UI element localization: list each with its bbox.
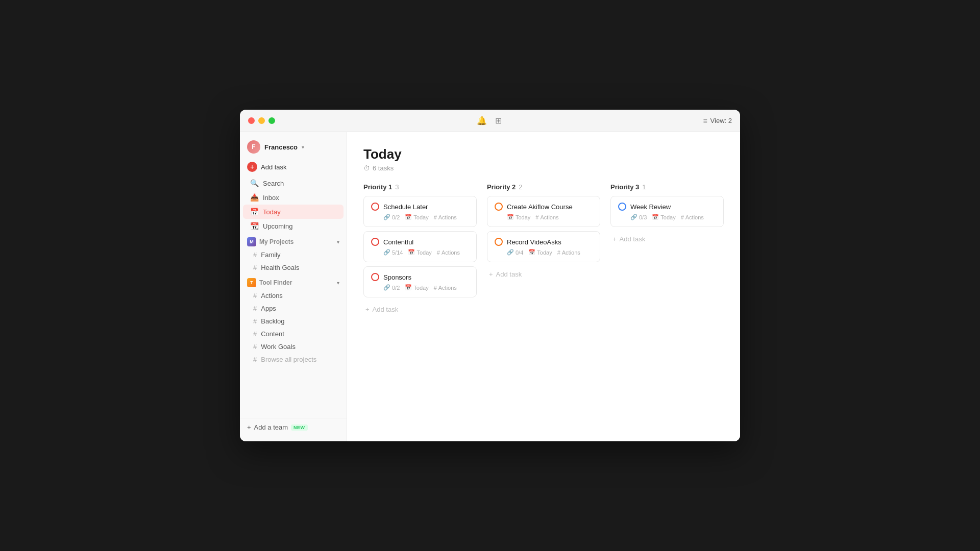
add-team-label: Add a team — [254, 423, 288, 431]
my-projects-section[interactable]: M My Projects ▾ — [240, 233, 347, 248]
task-card-sponsors[interactable]: Sponsors 🔗 0/2 📅 Today — [363, 266, 477, 297]
sidebar-item-backlog[interactable]: # Backlog — [243, 315, 344, 328]
tag-meta: # Actions — [434, 285, 457, 291]
date-meta: 📅 Today — [652, 214, 675, 220]
inbox-icon: 📥 — [250, 193, 259, 202]
tasks-count: 6 tasks — [373, 164, 394, 172]
user-profile[interactable]: F Francesco ▾ — [240, 137, 347, 159]
subtasks-meta: 🔗 0/2 — [383, 284, 400, 291]
task-meta: 🔗 0/2 📅 Today # Actions — [371, 214, 469, 220]
tag-meta: # Actions — [681, 214, 704, 220]
hash-icon: # — [253, 305, 257, 312]
task-meta: 📅 Today # Actions — [495, 214, 593, 220]
task-circle — [371, 203, 379, 211]
tool-finder-avatar: T — [247, 278, 256, 287]
add-task-p2-button[interactable]: + Add task — [487, 266, 600, 282]
task-meta: 🔗 0/2 📅 Today # Actions — [371, 284, 469, 291]
plus-icon: + — [365, 306, 370, 313]
priority-columns: Priority 1 3 Schedule Later 🔗 0/2 — [363, 183, 724, 317]
sidebar-item-search[interactable]: 🔍 Search — [243, 176, 344, 190]
sidebar-item-health-goals[interactable]: # Health Goals — [243, 261, 344, 274]
calendar-icon: 📅 — [652, 214, 659, 220]
calendar-icon: 📅 — [405, 284, 412, 291]
titlebar-center: 🔔 ⊞ — [477, 116, 502, 126]
sidebar-item-label: Search — [263, 180, 284, 187]
priority-1-column: Priority 1 3 Schedule Later 🔗 0/2 — [363, 183, 477, 317]
plus-icon: + — [612, 235, 617, 243]
sidebar-item-work-goals[interactable]: # Work Goals — [243, 340, 344, 353]
subtasks-icon: 🔗 — [507, 249, 514, 256]
view-button[interactable]: ≡ View: 2 — [703, 117, 732, 125]
task-circle — [495, 238, 503, 246]
chevron-down-icon: ▾ — [337, 239, 339, 245]
layout-icon[interactable]: ⊞ — [495, 116, 502, 126]
sidebar-item-upcoming[interactable]: 📆 Upcoming — [243, 219, 344, 233]
tag-icon: # — [434, 285, 437, 291]
view-icon: ≡ — [703, 117, 707, 125]
sidebar-item-label: Backlog — [261, 317, 284, 325]
task-circle — [618, 203, 626, 211]
sidebar-item-label: Inbox — [263, 194, 279, 202]
plus-icon: + — [489, 270, 493, 278]
sidebar-item-label: Health Goals — [261, 264, 299, 271]
date-meta: 📅 Today — [408, 249, 431, 256]
task-circle — [495, 203, 503, 211]
subtasks-icon: 🔗 — [383, 284, 390, 291]
sidebar-item-family[interactable]: # Family — [243, 248, 344, 261]
tag-meta: # Actions — [535, 214, 558, 220]
task-card-create-akiflow[interactable]: Create Akiflow Course 📅 Today # Actions — [487, 196, 600, 227]
sidebar-item-label: Actions — [261, 292, 283, 299]
chevron-down-icon: ▾ — [302, 144, 304, 150]
date-meta: 📅 Today — [405, 214, 428, 220]
subtasks-meta: 🔗 0/2 — [383, 214, 400, 220]
new-badge: NEW — [291, 424, 308, 431]
add-team-button[interactable]: + Add a team NEW — [247, 423, 339, 431]
page-title: Today — [363, 146, 724, 162]
maximize-button[interactable] — [268, 117, 275, 124]
browse-all-projects[interactable]: # Browse all projects — [243, 353, 344, 366]
sidebar-item-label: Family — [261, 251, 280, 259]
search-icon: 🔍 — [250, 179, 259, 187]
minimize-button[interactable] — [258, 117, 265, 124]
user-name: Francesco — [264, 143, 298, 151]
tag-icon: # — [535, 214, 538, 220]
sidebar-item-today[interactable]: 📅 Today — [243, 205, 344, 219]
tag-icon: # — [434, 214, 437, 220]
sidebar-item-apps[interactable]: # Apps — [243, 302, 344, 315]
main-content: Today ⏱ 6 tasks Priority 1 3 Schedule La… — [347, 132, 740, 441]
sidebar-item-label: Today — [263, 208, 281, 216]
subtasks-icon: 🔗 — [630, 214, 638, 220]
task-title: Week Review — [630, 203, 671, 211]
priority-3-header: Priority 3 1 — [610, 183, 724, 191]
close-button[interactable] — [248, 117, 255, 124]
priority-3-column: Priority 3 1 Week Review 🔗 0/3 — [610, 183, 724, 317]
tool-finder-section[interactable]: T Tool Finder ▾ — [240, 274, 347, 289]
task-meta: 🔗 0/4 📅 Today # Actions — [495, 249, 593, 256]
titlebar: 🔔 ⊞ ≡ View: 2 — [240, 110, 740, 132]
task-card-contentful[interactable]: Contentful 🔗 5/14 📅 Today — [363, 231, 477, 262]
sidebar-item-content[interactable]: # Content — [243, 328, 344, 340]
page-subtitle: ⏱ 6 tasks — [363, 164, 724, 172]
my-projects-title: M My Projects — [247, 237, 293, 246]
sidebar-item-actions[interactable]: # Actions — [243, 289, 344, 302]
task-card-schedule-later[interactable]: Schedule Later 🔗 0/2 📅 Today — [363, 196, 477, 227]
add-task-p1-button[interactable]: + Add task — [363, 302, 477, 317]
add-task-label: Add task — [261, 163, 287, 171]
task-title: Create Akiflow Course — [507, 203, 573, 211]
date-meta: 📅 Today — [507, 214, 530, 220]
task-title-row: Record VideoAsks — [495, 238, 593, 246]
priority-2-column: Priority 2 2 Create Akiflow Course 📅 Tod… — [487, 183, 600, 317]
sidebar-item-label: Upcoming — [263, 222, 293, 230]
sidebar-item-label: Apps — [261, 305, 276, 312]
task-title-row: Contentful — [371, 238, 469, 246]
task-card-week-review[interactable]: Week Review 🔗 0/3 📅 Today — [610, 196, 724, 227]
date-meta: 📅 Today — [405, 284, 428, 291]
task-title-row: Create Akiflow Course — [495, 203, 593, 211]
task-card-record-videoasks[interactable]: Record VideoAsks 🔗 0/4 📅 Today — [487, 231, 600, 262]
tag-meta: # Actions — [437, 249, 460, 256]
bell-icon[interactable]: 🔔 — [477, 116, 487, 126]
add-task-button[interactable]: + Add task — [240, 159, 347, 175]
add-task-p3-button[interactable]: + Add task — [610, 231, 724, 247]
subtasks-icon: 🔗 — [383, 214, 390, 220]
sidebar-item-inbox[interactable]: 📥 Inbox — [243, 190, 344, 205]
